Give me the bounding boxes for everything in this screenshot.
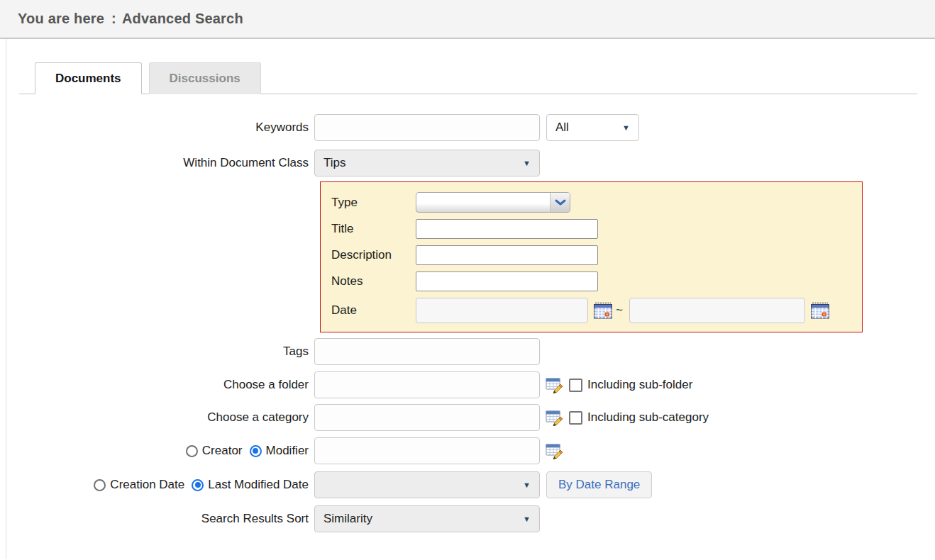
- creator-radio-label[interactable]: Creator: [202, 444, 243, 458]
- date-from-calendar-button[interactable]: [594, 302, 612, 319]
- calendar-icon: [811, 302, 829, 319]
- include-subcategory-label: Including sub-category: [587, 410, 709, 425]
- chevron-down-icon: ▼: [523, 515, 531, 523]
- table-edit-icon: [546, 410, 563, 426]
- type-label: Type: [331, 196, 416, 210]
- notes-label: Notes: [331, 274, 416, 289]
- creation-date-radio-label[interactable]: Creation Date: [110, 478, 184, 492]
- tags-row: Tags: [6, 338, 917, 365]
- date-range-separator: ~: [616, 303, 623, 318]
- folder-input[interactable]: [314, 371, 540, 398]
- tab-bar: Documents Discussions: [19, 39, 917, 94]
- document-class-select[interactable]: Tips ▼: [314, 150, 540, 177]
- type-row: Type: [331, 192, 851, 213]
- chevron-down-icon: ▼: [622, 123, 630, 132]
- include-subfolder-checkbox[interactable]: [569, 379, 582, 392]
- table-edit-icon: [546, 443, 563, 459]
- sort-label: Search Results Sort: [6, 512, 314, 526]
- person-radio-group: Creator Modifier: [6, 444, 314, 458]
- modifier-radio-label[interactable]: Modifier: [266, 444, 309, 458]
- breadcrumb: You are here : Advanced Search: [18, 11, 243, 27]
- description-label: Description: [331, 248, 416, 262]
- date-to-calendar-button[interactable]: [811, 302, 829, 319]
- notes-row: Notes: [331, 271, 851, 291]
- type-select[interactable]: [416, 192, 570, 213]
- last-modified-date-radio-label[interactable]: Last Modified Date: [208, 478, 309, 492]
- tab-discussions-label: Discussions: [170, 72, 240, 85]
- date-filter-row: Creation Date Last Modified Date ▼ By Da…: [6, 471, 917, 498]
- description-input[interactable]: [416, 245, 598, 265]
- include-subcategory-checkbox[interactable]: [569, 411, 582, 425]
- by-date-range-button[interactable]: By Date Range: [546, 471, 652, 498]
- keywords-scope-select[interactable]: All ▼: [546, 114, 639, 141]
- modifier-radio[interactable]: [250, 445, 262, 457]
- folder-picker-button[interactable]: [546, 377, 563, 393]
- advanced-search-form: Keywords All ▼ Within Document Class Tip…: [6, 94, 935, 554]
- document-class-row: Within Document Class Tips ▼: [6, 150, 917, 177]
- category-label: Choose a category: [6, 410, 314, 425]
- tab-documents-label: Documents: [55, 72, 121, 85]
- breadcrumb-bar: You are here : Advanced Search: [0, 0, 935, 39]
- document-class-value: Tips: [323, 156, 346, 170]
- keywords-row: Keywords All ▼: [6, 114, 917, 141]
- document-class-panel: Type Title Description Notes: [320, 181, 863, 332]
- breadcrumb-separator: :: [111, 11, 116, 27]
- title-label: Title: [331, 222, 416, 236]
- date-filter-radio-group: Creation Date Last Modified Date: [6, 478, 314, 492]
- chevron-down-icon: ▼: [523, 481, 531, 489]
- category-input[interactable]: [314, 404, 540, 431]
- include-subfolder-label: Including sub-folder: [587, 378, 692, 392]
- keywords-input[interactable]: [314, 114, 540, 141]
- creation-date-radio[interactable]: [94, 479, 106, 491]
- tags-input[interactable]: [314, 338, 540, 365]
- page-title: Advanced Search: [122, 11, 243, 27]
- description-row: Description: [331, 245, 851, 265]
- last-modified-date-radio[interactable]: [192, 479, 204, 491]
- person-row: Creator Modifier: [6, 437, 917, 464]
- creator-radio[interactable]: [186, 445, 198, 457]
- page-container: Documents Discussions Keywords All ▼ Wit…: [6, 39, 935, 559]
- date-from-input[interactable]: [416, 298, 588, 323]
- date-to-input[interactable]: [629, 298, 805, 323]
- category-picker-button[interactable]: [546, 410, 563, 426]
- tags-label: Tags: [6, 345, 314, 359]
- tab-discussions[interactable]: Discussions: [149, 62, 261, 94]
- folder-label: Choose a folder: [6, 378, 314, 392]
- breadcrumb-prefix: You are here: [18, 11, 104, 27]
- keywords-label: Keywords: [6, 121, 314, 135]
- sort-row: Search Results Sort Similarity ▼: [6, 505, 917, 532]
- date-label: Date: [331, 303, 416, 318]
- date-row: Date ~: [331, 298, 851, 323]
- sort-value: Similarity: [323, 512, 372, 526]
- person-picker-button[interactable]: [546, 443, 563, 459]
- calendar-icon: [594, 302, 612, 319]
- table-edit-icon: [546, 377, 563, 393]
- sort-select[interactable]: Similarity ▼: [314, 505, 540, 532]
- date-filter-select[interactable]: ▼: [314, 471, 540, 498]
- chevron-down-icon: ▼: [523, 159, 531, 167]
- person-input[interactable]: [314, 437, 540, 464]
- notes-input[interactable]: [416, 271, 598, 291]
- title-row: Title: [331, 219, 851, 239]
- document-class-label: Within Document Class: [6, 156, 314, 170]
- keywords-scope-value: All: [555, 121, 569, 135]
- title-input[interactable]: [416, 219, 598, 239]
- chevron-down-icon: [550, 193, 570, 212]
- tab-documents[interactable]: Documents: [35, 62, 142, 94]
- folder-row: Choose a folder Including sub-folder: [6, 371, 917, 398]
- category-row: Choose a category Including sub-category: [6, 404, 917, 431]
